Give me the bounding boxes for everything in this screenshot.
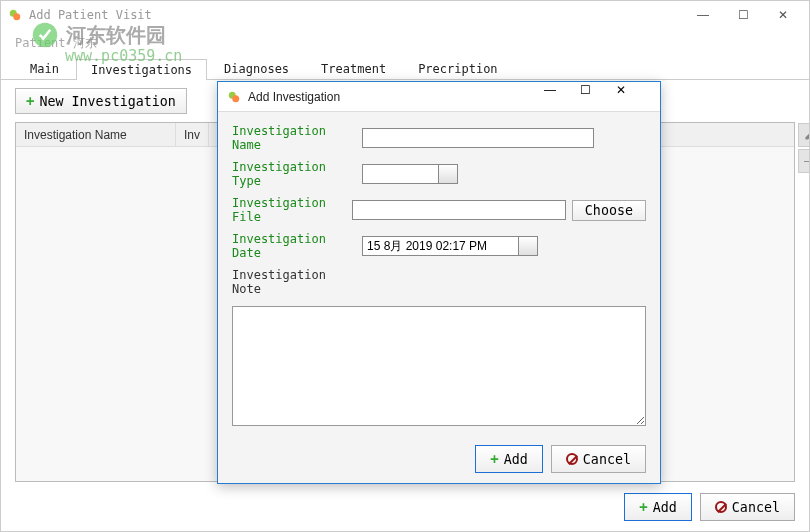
cancel-label: Cancel (732, 500, 780, 515)
column-inv[interactable]: Inv (176, 123, 209, 146)
patient-name: 河东 (73, 36, 97, 50)
tab-treatment[interactable]: Treatment (306, 58, 401, 79)
app-icon (7, 7, 23, 23)
dialog-close-button[interactable]: ✕ (616, 83, 652, 111)
choose-file-button[interactable]: Choose (572, 200, 646, 221)
window-title: Add Patient Visit (29, 8, 683, 22)
new-investigation-button[interactable]: + New Investigation (15, 88, 187, 114)
edit-row-button[interactable] (798, 123, 810, 147)
new-investigation-label: New Investigation (39, 94, 175, 109)
add-button[interactable]: + Add (624, 493, 692, 521)
investigation-date-input[interactable]: 15 8月 2019 02:17 PM (362, 236, 538, 256)
patient-label-row: Patient 河东 (1, 29, 809, 58)
investigation-type-label: Investigation Type (232, 160, 362, 188)
patient-label: Patient (15, 36, 66, 50)
investigation-file-input[interactable] (352, 200, 566, 220)
plus-icon: + (639, 499, 647, 515)
chevron-down-icon (524, 243, 532, 248)
svg-point-4 (232, 95, 239, 102)
investigation-date-value: 15 8月 2019 02:17 PM (367, 239, 487, 253)
dialog-cancel-label: Cancel (583, 452, 631, 467)
dialog-titlebar: Add Investigation — ☐ ✕ (218, 82, 660, 112)
chevron-down-icon (444, 171, 452, 176)
investigation-note-textarea[interactable] (232, 306, 646, 426)
dialog-icon (226, 89, 242, 105)
investigation-name-label: Investigation Name (232, 124, 362, 152)
add-label: Add (653, 500, 677, 515)
tab-diagnoses[interactable]: Diagnoses (209, 58, 304, 79)
investigation-name-input[interactable] (362, 128, 594, 148)
dialog-add-button[interactable]: + Add (475, 445, 543, 473)
footer-actions: + Add Cancel (624, 493, 795, 521)
investigation-type-select[interactable] (362, 164, 458, 184)
investigation-note-label: Investigation Note (232, 268, 362, 296)
svg-point-1 (13, 13, 20, 20)
tab-investigations[interactable]: Investigations (76, 59, 207, 80)
column-investigation-name[interactable]: Investigation Name (16, 123, 176, 146)
tab-prescription[interactable]: Precription (403, 58, 512, 79)
plus-icon: + (26, 93, 34, 109)
dialog-cancel-button[interactable]: Cancel (551, 445, 646, 473)
titlebar: Add Patient Visit — ☐ ✕ (1, 1, 809, 29)
dialog-maximize-button[interactable]: ☐ (580, 83, 616, 111)
close-button[interactable]: ✕ (763, 1, 803, 29)
tab-main[interactable]: Main (15, 58, 74, 79)
cancel-button[interactable]: Cancel (700, 493, 795, 521)
cancel-icon (566, 453, 578, 465)
dialog-add-label: Add (504, 452, 528, 467)
investigation-file-label: Investigation File (232, 196, 352, 224)
cancel-icon (715, 501, 727, 513)
dialog-minimize-button[interactable]: — (544, 83, 580, 111)
investigation-date-label: Investigation Date (232, 232, 362, 260)
maximize-button[interactable]: ☐ (723, 1, 763, 29)
tabbar: Main Investigations Diagnoses Treatment … (1, 58, 809, 80)
minimize-button[interactable]: — (683, 1, 723, 29)
remove-row-button[interactable]: — (798, 149, 810, 173)
dialog-title: Add Investigation (248, 90, 544, 104)
plus-icon: + (490, 451, 498, 467)
add-investigation-dialog: Add Investigation — ☐ ✕ Investigation Na… (217, 81, 661, 484)
